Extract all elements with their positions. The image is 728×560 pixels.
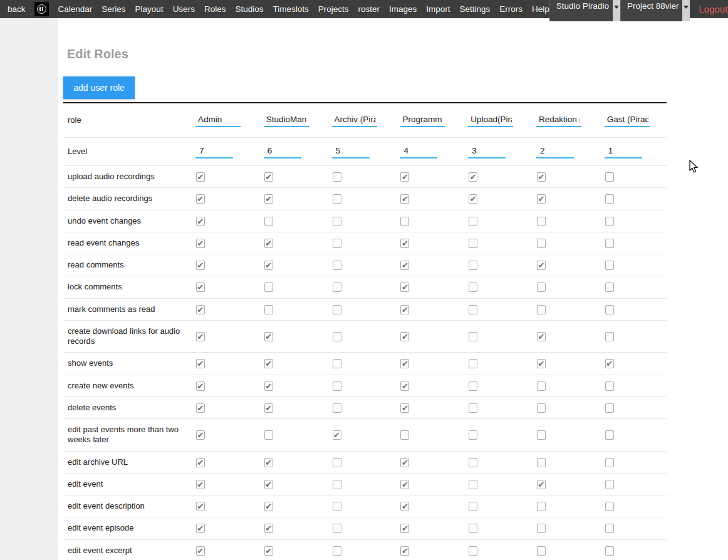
nav-item-users[interactable]: Users [173,4,195,14]
permission-checkbox-r5-c5[interactable] [537,283,546,292]
permission-checkbox-r4-c1[interactable] [264,261,273,270]
permission-checkbox-r13-c1[interactable] [264,480,273,489]
permission-checkbox-r0-c1[interactable] [264,172,273,182]
permission-checkbox-r7-c5[interactable] [537,332,546,341]
role-name-input-6[interactable] [605,113,650,127]
permission-checkbox-r13-c2[interactable] [333,480,341,489]
permission-checkbox-r10-c1[interactable] [264,403,273,413]
permission-checkbox-r5-c3[interactable] [400,283,409,292]
permission-checkbox-r6-c2[interactable] [333,305,341,314]
permission-checkbox-r9-c2[interactable] [333,381,341,391]
permission-checkbox-r9-c5[interactable] [537,381,546,391]
permission-checkbox-r16-c2[interactable] [333,546,341,556]
permission-checkbox-r14-c5[interactable] [537,502,546,511]
nav-item-projects[interactable]: Projects [318,4,349,14]
role-level-input-3[interactable] [400,145,437,158]
permission-checkbox-r15-c0[interactable] [196,524,205,533]
permission-checkbox-r8-c6[interactable] [605,359,614,368]
permission-checkbox-r16-c5[interactable] [537,546,546,556]
permission-checkbox-r14-c6[interactable] [605,502,614,511]
permission-checkbox-r7-c3[interactable] [400,332,409,341]
role-level-input-0[interactable] [195,145,233,158]
permission-checkbox-r1-c6[interactable] [605,194,614,204]
permission-checkbox-r15-c4[interactable] [469,524,477,533]
nav-item-images[interactable]: Images [389,4,417,14]
role-name-input-5[interactable] [536,113,581,127]
permission-checkbox-r5-c1[interactable] [264,283,273,292]
permission-checkbox-r13-c5[interactable] [537,480,546,489]
permission-checkbox-r6-c4[interactable] [469,305,477,314]
permission-checkbox-r9-c1[interactable] [264,381,273,391]
permission-checkbox-r4-c4[interactable] [469,261,477,270]
permission-checkbox-r8-c2[interactable] [333,359,341,368]
permission-checkbox-r13-c3[interactable] [400,480,409,489]
permission-checkbox-r15-c3[interactable] [400,524,409,533]
role-name-input-1[interactable] [264,113,309,127]
permission-checkbox-r8-c5[interactable] [537,359,546,368]
permission-checkbox-r1-c2[interactable] [333,194,341,204]
permission-checkbox-r11-c1[interactable] [264,430,273,440]
permission-checkbox-r2-c6[interactable] [605,217,614,226]
permission-checkbox-r4-c2[interactable] [333,261,341,270]
nav-item-timeslots[interactable]: Timeslots [273,4,308,14]
permission-checkbox-r13-c6[interactable] [605,480,614,489]
nav-item-calendar[interactable]: Calendar [58,4,93,14]
permission-checkbox-r2-c3[interactable] [400,217,409,226]
permission-checkbox-r9-c3[interactable] [400,381,409,391]
pause-circle-logo-icon[interactable] [34,2,49,16]
permission-checkbox-r3-c4[interactable] [469,239,477,248]
permission-checkbox-r16-c0[interactable] [196,546,205,556]
permission-checkbox-r14-c1[interactable] [264,502,273,511]
permission-checkbox-r7-c1[interactable] [264,332,273,341]
role-level-input-2[interactable] [332,145,370,158]
role-name-input-4[interactable] [468,113,513,127]
role-name-input-3[interactable] [400,113,445,127]
permission-checkbox-r10-c4[interactable] [469,403,477,413]
permission-checkbox-r5-c2[interactable] [333,283,341,292]
logout-button[interactable]: Logout [699,4,727,14]
nav-item-playout[interactable]: Playout [135,4,164,14]
permission-checkbox-r5-c6[interactable] [605,283,614,292]
permission-checkbox-r0-c0[interactable] [196,172,205,182]
permission-checkbox-r0-c3[interactable] [400,172,409,182]
role-name-input-0[interactable] [195,113,241,127]
permission-checkbox-r1-c1[interactable] [264,194,273,204]
permission-checkbox-r6-c5[interactable] [537,305,546,314]
permission-checkbox-r12-c4[interactable] [469,458,477,467]
nav-item-settings[interactable]: Settings [460,4,491,14]
nav-item-back[interactable]: back [8,4,26,14]
permission-checkbox-r4-c3[interactable] [400,261,409,270]
permission-checkbox-r11-c4[interactable] [469,430,477,440]
permission-checkbox-r2-c4[interactable] [469,217,477,226]
permission-checkbox-r6-c6[interactable] [605,305,614,314]
nav-item-import[interactable]: Import [426,4,450,14]
add-user-role-button[interactable]: add user role [63,76,135,99]
permission-checkbox-r8-c0[interactable] [196,359,205,368]
role-level-input-5[interactable] [536,145,574,158]
permission-checkbox-r5-c4[interactable] [469,283,477,292]
permission-checkbox-r8-c1[interactable] [264,359,273,368]
permission-checkbox-r12-c2[interactable] [333,458,341,467]
chevron-down-icon[interactable] [682,0,690,21]
permission-checkbox-r12-c3[interactable] [400,458,409,467]
permission-checkbox-r11-c0[interactable] [196,430,205,440]
permission-checkbox-r7-c4[interactable] [469,332,477,341]
permission-checkbox-r4-c0[interactable] [196,261,205,270]
permission-checkbox-r11-c2[interactable] [333,430,341,440]
nav-item-series[interactable]: Series [101,4,125,14]
permission-checkbox-r14-c0[interactable] [196,502,205,511]
permission-checkbox-r7-c0[interactable] [196,332,205,341]
permission-checkbox-r10-c3[interactable] [400,403,409,413]
role-level-input-6[interactable] [605,145,642,158]
permission-checkbox-r4-c5[interactable] [537,261,546,270]
permission-checkbox-r3-c6[interactable] [605,239,614,248]
permission-checkbox-r4-c6[interactable] [605,261,614,270]
permission-checkbox-r7-c2[interactable] [333,332,341,341]
permission-checkbox-r12-c1[interactable] [264,458,273,467]
permission-checkbox-r14-c2[interactable] [333,502,341,511]
permission-checkbox-r0-c5[interactable] [537,172,546,182]
permission-checkbox-r9-c4[interactable] [469,381,477,391]
project-select[interactable]: Project 88vier [620,0,690,21]
permission-checkbox-r9-c6[interactable] [605,381,614,391]
permission-checkbox-r6-c3[interactable] [400,305,409,314]
